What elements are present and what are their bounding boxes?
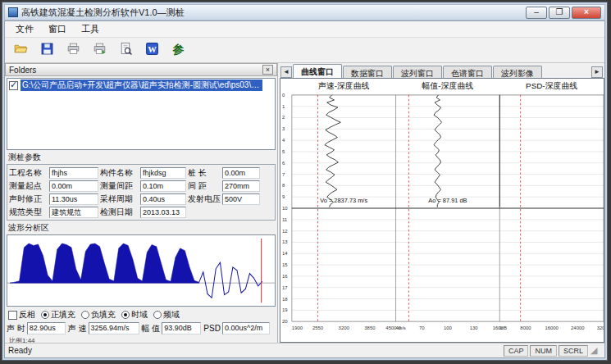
readout-field[interactable]: 0.00us^2/m (222, 322, 270, 334)
toolbar-print-export-button[interactable] (89, 40, 111, 61)
svg-text:Ao = 87.91 dB: Ao = 87.91 dB (428, 197, 467, 204)
svg-text:19: 19 (282, 307, 288, 312)
status-indicator-num: NUM (530, 345, 557, 357)
param-cell: 检测日期2013.03.13 (100, 207, 186, 218)
tabstrip: ◄曲线窗口数据窗口波列窗口色谱窗口波列影像► (280, 63, 604, 78)
param-field[interactable]: 建筑规范 (49, 207, 98, 218)
readout-field[interactable]: 82.90us (27, 322, 66, 334)
toolbar-reference-label: 参 (173, 43, 185, 57)
panel-close-button[interactable]: × (262, 65, 273, 75)
param-row: 工程名称fhjhs构件名称fhjkdsg桩 长0.00m (9, 166, 273, 180)
svg-text:3200: 3200 (339, 325, 350, 330)
readout-3: 幅 值93.90dB (142, 322, 202, 334)
param-label: 声时修正 (9, 193, 48, 205)
readout-label: 声 时 (7, 323, 25, 334)
svg-text:2: 2 (282, 115, 285, 120)
param-field[interactable]: fhjkdsg (140, 167, 186, 179)
readout-field[interactable]: 93.90dB (162, 322, 201, 334)
param-label: 间 距 (188, 180, 221, 192)
radio-icon (41, 311, 49, 319)
param-field[interactable]: 0.00m (49, 180, 98, 192)
fill-label-2: 负填充 (91, 309, 116, 321)
main-area: Folders × G:\公司产品启动+开发\超声仪器\超声实拍检测-圆测试\e… (5, 63, 604, 343)
param-label: 工程名称 (9, 167, 48, 179)
toolbar-print-preview-button[interactable] (115, 40, 137, 61)
tree-item-label: G:\公司产品启动+开发\超声仪器\超声实拍检测-圆测试\ed\ps03\ps0… (21, 80, 262, 91)
app-window: 高铁建筑混凝土检测分析软件V1.0—测桩 – ❐ × 文件窗口工具 W参 Fol… (2, 2, 608, 361)
measurement-readouts: 声 时82.90us声 速3256.94m/s幅 值93.90dBPSD0.00… (7, 322, 276, 334)
toolbar-print-button[interactable] (62, 40, 84, 61)
curves-panel: ◄曲线窗口数据窗口波列窗口色谱窗口波列影像► 01234567891011121… (280, 63, 604, 343)
svg-text:7: 7 (282, 172, 285, 177)
param-label: 测量间距 (100, 180, 139, 192)
tab-1[interactable]: 曲线窗口 (293, 64, 342, 78)
wave-section-title: 波形分析区 (8, 222, 274, 234)
svg-text:3850: 3850 (364, 325, 376, 330)
waveform-display[interactable] (7, 234, 276, 307)
param-row: 声时修正11.30us采样周期0.40us发射电压500V (9, 193, 273, 206)
svg-text:15: 15 (282, 262, 288, 267)
tab-2[interactable]: 数据窗口 (343, 66, 392, 78)
tab-scroll-right-button[interactable]: ► (591, 66, 603, 78)
param-label: 采样周期 (100, 193, 139, 205)
folder-open-icon (14, 42, 28, 59)
svg-text:9: 9 (282, 194, 285, 199)
svg-text:Vo = 2837.73 m/s: Vo = 2837.73 m/s (320, 197, 367, 204)
tab-5[interactable]: 波列影像 (493, 66, 542, 78)
param-label: 发射电压 (188, 193, 221, 205)
fill-radio-1[interactable]: 正填充 (41, 309, 75, 321)
toolbar-save-button[interactable] (36, 40, 58, 61)
maximize-button[interactable]: ❐ (549, 7, 570, 19)
tab-scroll-left-button[interactable]: ◄ (280, 66, 292, 78)
svg-text:12: 12 (282, 229, 288, 234)
tree-item[interactable]: G:\公司产品启动+开发\超声仪器\超声实拍检测-圆测试\ed\ps03\ps0… (7, 79, 275, 92)
titlebar[interactable]: 高铁建筑混凝土检测分析软件V1.0—测桩 – ❐ × (4, 4, 605, 20)
fill-radio-2[interactable]: 负填充 (81, 309, 116, 321)
param-field[interactable]: fhjhs (49, 167, 98, 179)
statusbar: Ready CAPNUMSCRL ◢ (5, 343, 604, 357)
param-field[interactable]: 0.10m (140, 180, 186, 192)
tab-4[interactable]: 色谱窗口 (443, 66, 492, 78)
menu-item-3[interactable]: 工具 (74, 21, 107, 37)
svg-text:32000: 32000 (597, 325, 604, 330)
param-field[interactable]: 0.40us (140, 193, 186, 205)
svg-text:声速-深度曲线: 声速-深度曲线 (318, 81, 370, 90)
toolbar: W参 (5, 38, 604, 63)
domain-radio-2[interactable]: 频域 (153, 309, 180, 321)
param-field[interactable]: 11.30us (49, 193, 98, 205)
printer-export-icon (93, 42, 107, 59)
readout-field[interactable]: 3256.94m/s (89, 322, 139, 334)
keyboard-indicators: CAPNUMSCRL (504, 345, 588, 357)
minimize-button[interactable]: – (526, 7, 547, 19)
menu-item-2[interactable]: 窗口 (41, 21, 74, 37)
menu-item-1[interactable]: 文件 (8, 21, 41, 37)
resize-grip[interactable]: ◢ (590, 345, 601, 356)
svg-text:70: 70 (419, 325, 425, 330)
param-field[interactable]: 2013.03.13 (140, 207, 186, 218)
depth-curves-chart[interactable]: 01234567891011121314151617181920声速-深度曲线1… (280, 78, 604, 343)
toolbar-open-button[interactable] (10, 40, 32, 61)
readout-2: 声 速3256.94m/s (68, 322, 139, 334)
param-field[interactable]: 500V (222, 193, 260, 205)
param-field[interactable]: 0.00m (222, 167, 260, 179)
invert-checkbox[interactable]: 反相 (8, 309, 35, 321)
word-icon: W (145, 42, 159, 59)
folders-panel-header: Folders × (5, 63, 277, 76)
waveform-plot (7, 235, 275, 306)
param-cell: 工程名称fhjhs (9, 167, 98, 179)
domain-radio-1[interactable]: 时域 (121, 309, 148, 321)
toolbar-reference-button[interactable]: 参 (167, 40, 189, 61)
depth-curves-plot: 01234567891011121314151617181920声速-深度曲线1… (280, 79, 604, 342)
param-row: 测量起点0.00m测量间距0.10m间 距270mm (9, 180, 273, 193)
param-cell: 发射电压500V (188, 193, 260, 205)
radio-icon (121, 311, 130, 319)
toolbar-word-export-button[interactable]: W (141, 40, 163, 61)
param-field[interactable]: 270mm (222, 180, 260, 192)
checkbox-icon[interactable] (9, 81, 18, 90)
folders-panel: Folders × G:\公司产品启动+开发\超声仪器\超声实拍检测-圆测试\e… (5, 63, 278, 343)
param-cell: 采样周期0.40us (100, 193, 186, 205)
page-preview-icon (119, 42, 133, 59)
tab-3[interactable]: 波列窗口 (393, 66, 442, 78)
svg-text:PSD-深度曲线: PSD-深度曲线 (526, 81, 577, 90)
close-button[interactable]: × (572, 7, 601, 19)
